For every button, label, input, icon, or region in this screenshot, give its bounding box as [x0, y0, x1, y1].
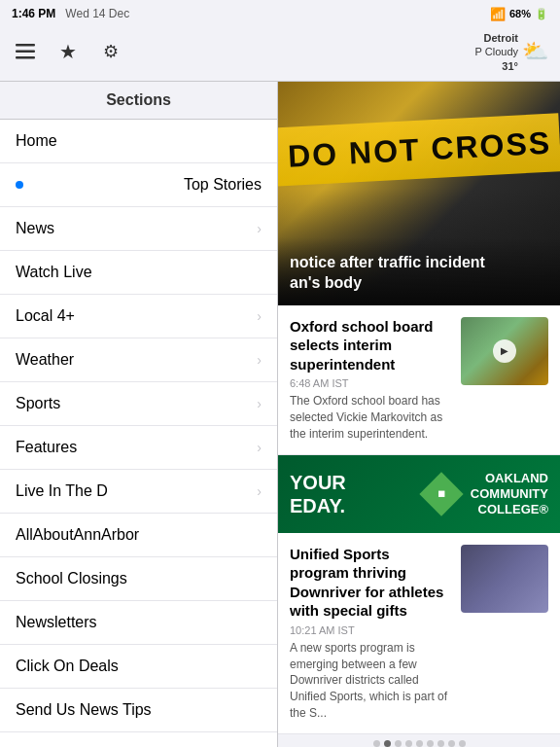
toolbar: ★ ⚙ Detroit P Cloudy 31° ⛅: [0, 27, 560, 82]
sports-thumbnail: [461, 545, 548, 613]
active-indicator: [16, 181, 23, 189]
chevron-right-icon: ›: [257, 483, 262, 499]
page-dot: [395, 740, 402, 747]
status-right: 📶 68% 🔋: [490, 7, 548, 21]
page-dot-active: [384, 740, 391, 747]
sidebar-item-label: Send Us News Tips: [16, 701, 152, 719]
sidebar-item-weather[interactable]: Weather ›: [0, 338, 277, 382]
ad-text: YOUR EDAY.: [290, 471, 346, 517]
news-card-title: Unified Sports program thriving Downrive…: [290, 545, 451, 621]
college-line2: COMMUNITY: [471, 486, 548, 502]
status-bar: 1:46 PM Wed 14 Dec 📶 68% 🔋: [0, 0, 560, 27]
sidebar-item-features[interactable]: Features ›: [0, 426, 277, 470]
news-card-title: Oxford school board selects interim supe…: [290, 317, 451, 374]
page-dot: [438, 740, 444, 747]
weather-info: Detroit P Cloudy 31°: [475, 31, 518, 73]
hero-title: notice after traffic incidentan's body: [290, 253, 548, 294]
sidebar-item-label: Top Stories: [184, 176, 262, 194]
svg-rect-1: [16, 51, 35, 53]
page-dot: [416, 740, 423, 747]
pagination-dots: [278, 734, 560, 747]
ad-banner[interactable]: YOUR EDAY. ◆ OAKLAND COMMUNITY COLLEGE®: [278, 455, 560, 533]
list-icon[interactable]: [12, 38, 39, 65]
college-line3: COLLEGE®: [471, 502, 548, 517]
news-card-text: Unified Sports program thriving Downrive…: [290, 545, 451, 722]
sidebar-item-live-in-the-d[interactable]: Live In The D ›: [0, 470, 277, 514]
news-card-text: Oxford school board selects interim supe…: [290, 317, 451, 443]
time: 1:46 PM: [12, 7, 55, 20]
sidebar-item-send-news-tips[interactable]: Send Us News Tips: [0, 689, 277, 732]
ad-line2: EDAY.: [290, 494, 346, 517]
page-dot: [459, 740, 466, 747]
sidebar-item-top-stories[interactable]: Top Stories: [0, 163, 277, 207]
news-card-oxford[interactable]: Oxford school board selects interim supe…: [278, 305, 560, 455]
weather-area: Detroit P Cloudy 31° ⛅: [475, 31, 548, 73]
sidebar-item-label: Watch Live: [16, 264, 92, 281]
news-card-time: 10:21 AM IST: [290, 624, 451, 636]
svg-rect-2: [16, 56, 35, 59]
ad-line1: YOUR: [290, 471, 346, 494]
status-left: 1:46 PM Wed 14 Dec: [12, 7, 129, 20]
sidebar-item-newsletters[interactable]: Newsletters: [0, 601, 277, 645]
weather-location: Detroit: [475, 31, 518, 45]
gear-icon[interactable]: ⚙: [97, 38, 124, 65]
sidebar-item-label: Home: [16, 132, 57, 150]
news-card-sports[interactable]: Unified Sports program thriving Downrive…: [278, 533, 560, 734]
sidebar-item-label: Newsletters: [16, 614, 97, 631]
news-card-body: The Oxford school board has selected Vic…: [290, 393, 451, 442]
sidebar: Sections Home Top Stories News › Watch L…: [0, 82, 278, 747]
news-card-body: A new sports program is emerging between…: [290, 640, 451, 722]
weather-temp: 31°: [475, 59, 518, 73]
sidebar-item-allaboutannarbor[interactable]: AllAboutAnnArbor: [0, 514, 277, 557]
chevron-right-icon: ›: [257, 352, 262, 368]
sidebar-item-label: News: [16, 220, 54, 237]
sidebar-item-school-closings[interactable]: School Closings: [0, 557, 277, 601]
news-card-image: [461, 545, 548, 613]
sidebar-item-sports[interactable]: Sports ›: [0, 382, 277, 426]
toolbar-left: ★ ⚙: [12, 38, 124, 65]
sidebar-item-click-on-deals[interactable]: Click On Deals: [0, 645, 277, 689]
weather-cloud-icon: ⛅: [522, 39, 548, 64]
sidebar-item-local4[interactable]: Local 4+ ›: [0, 295, 277, 338]
chevron-right-icon: ›: [257, 308, 262, 324]
sidebar-header: Sections: [0, 82, 277, 120]
sidebar-item-label: Weather: [16, 351, 74, 369]
sidebar-item-contact-us[interactable]: Contact Us ›: [0, 732, 277, 747]
sidebar-item-label: Sports: [16, 395, 60, 412]
news-card-image: ▶: [461, 317, 548, 385]
chevron-right-icon: ›: [257, 221, 262, 236]
ad-college-name: OAKLAND COMMUNITY COLLEGE®: [471, 471, 548, 516]
sidebar-item-label: Local 4+: [16, 307, 75, 325]
sidebar-item-label: Live In The D: [16, 482, 108, 500]
page-dot: [448, 740, 455, 747]
sidebar-item-watch-live[interactable]: Watch Live: [0, 251, 277, 295]
college-line1: OAKLAND: [471, 471, 548, 486]
sidebar-item-home[interactable]: Home: [0, 120, 277, 163]
star-icon[interactable]: ★: [54, 38, 82, 65]
main-content: Sections Home Top Stories News › Watch L…: [0, 82, 560, 747]
sidebar-item-label: Features: [16, 439, 77, 456]
weather-desc: P Cloudy: [475, 45, 518, 58]
battery-icon: 🔋: [535, 8, 548, 20]
news-card-time: 6:48 AM IST: [290, 377, 451, 389]
chevron-right-icon: ›: [257, 440, 262, 455]
police-tape: DO NOT CROSS: [278, 113, 560, 187]
hero-image[interactable]: DO NOT CROSS notice after traffic incide…: [278, 82, 560, 305]
right-panel: DO NOT CROSS notice after traffic incide…: [278, 82, 560, 747]
date: Wed 14 Dec: [65, 7, 129, 20]
sidebar-item-label: School Closings: [16, 570, 127, 587]
battery-level: 68%: [509, 8, 531, 19]
sidebar-item-label: Click On Deals: [16, 658, 119, 675]
wifi-icon: 📶: [490, 7, 506, 21]
svg-rect-0: [16, 44, 35, 47]
ad-logo: ◆ OAKLAND COMMUNITY COLLEGE®: [420, 471, 548, 516]
hero-overlay: notice after traffic incidentan's body: [278, 237, 560, 305]
page-dot: [405, 740, 412, 747]
page-dot: [427, 740, 434, 747]
sidebar-item-news[interactable]: News ›: [0, 207, 277, 251]
play-button[interactable]: ▶: [493, 339, 516, 363]
chevron-right-icon: ›: [257, 396, 262, 411]
sidebar-item-label: AllAboutAnnArbor: [16, 526, 139, 544]
page-dot: [373, 740, 380, 747]
